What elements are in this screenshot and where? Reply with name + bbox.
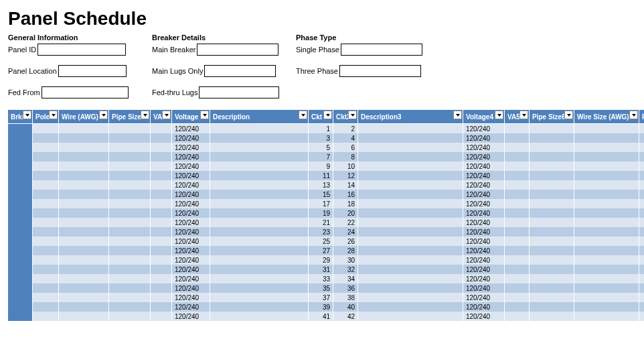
cell-desc_l[interactable]: [210, 246, 309, 255]
cell-pole_r[interactable]: [639, 312, 645, 321]
cell-desc_r[interactable]: [358, 246, 463, 255]
cell-pole_l[interactable]: [33, 237, 59, 246]
cell-desc_r[interactable]: [358, 227, 463, 237]
cell-pole_r[interactable]: [639, 152, 645, 161]
cell-pole_l[interactable]: [33, 171, 59, 180]
cell-desc_l[interactable]: [210, 255, 309, 265]
fed-thru-input[interactable]: [199, 86, 279, 98]
cell-va_r[interactable]: [505, 265, 530, 274]
cell-volt_l[interactable]: 120/240: [172, 293, 210, 302]
cell-desc_r[interactable]: [358, 133, 463, 143]
cell-pipe_l[interactable]: [109, 274, 151, 283]
col-wire_r[interactable]: Wire Size (AWG): [574, 110, 639, 124]
cell-brkr_l[interactable]: [8, 190, 33, 199]
cell-volt_r[interactable]: 120/240: [463, 199, 505, 208]
cell-pipe_r[interactable]: [530, 218, 574, 227]
cell-volt_r[interactable]: 120/240: [463, 208, 505, 218]
cell-wire_r[interactable]: [574, 208, 639, 218]
cell-va_l[interactable]: [151, 265, 172, 274]
cell-desc_l[interactable]: [210, 302, 309, 312]
cell-pole_r[interactable]: [639, 227, 645, 237]
cell-wire_r[interactable]: [574, 199, 639, 208]
cell-volt_r[interactable]: 120/240: [463, 124, 505, 134]
cell-volt_r[interactable]: 120/240: [463, 227, 505, 237]
cell-pole_r[interactable]: [639, 199, 645, 208]
cell-pipe_l[interactable]: [109, 208, 151, 218]
cell-wire_l[interactable]: [59, 143, 109, 152]
cell-brkr_l[interactable]: [8, 312, 33, 321]
filter-dropdown-icon[interactable]: [519, 111, 528, 119]
cell-wire_r[interactable]: [574, 265, 639, 274]
cell-wire_r[interactable]: [574, 302, 639, 312]
cell-desc_l[interactable]: [210, 218, 309, 227]
cell-ckt_r[interactable]: 34: [333, 274, 358, 283]
cell-va_r[interactable]: [505, 283, 530, 293]
cell-va_l[interactable]: [151, 255, 172, 265]
cell-pole_r[interactable]: [639, 283, 645, 293]
cell-ckt_l[interactable]: 39: [309, 302, 333, 312]
cell-volt_l[interactable]: 120/240: [172, 237, 210, 246]
cell-va_r[interactable]: [505, 218, 530, 227]
cell-brkr_l[interactable]: [8, 133, 33, 143]
cell-volt_r[interactable]: 120/240: [463, 265, 505, 274]
cell-va_r[interactable]: [505, 190, 530, 199]
cell-pipe_r[interactable]: [530, 171, 574, 180]
cell-wire_l[interactable]: [59, 265, 109, 274]
panel-id-input[interactable]: [37, 44, 126, 56]
cell-pipe_r[interactable]: [530, 133, 574, 143]
cell-brkr_l[interactable]: [8, 293, 33, 302]
col-pipe_l[interactable]: Pipe Size: [109, 110, 151, 124]
cell-ckt_l[interactable]: 27: [309, 246, 333, 255]
cell-va_l[interactable]: [151, 237, 172, 246]
cell-pole_r[interactable]: [639, 143, 645, 152]
col-ckt_l[interactable]: Ckt: [309, 110, 333, 124]
cell-pipe_l[interactable]: [109, 180, 151, 190]
cell-wire_r[interactable]: [574, 143, 639, 152]
cell-pole_l[interactable]: [33, 227, 59, 237]
cell-pipe_l[interactable]: [109, 124, 151, 134]
cell-volt_r[interactable]: 120/240: [463, 255, 505, 265]
cell-volt_r[interactable]: 120/240: [463, 312, 505, 321]
panel-location-input[interactable]: [58, 65, 127, 77]
cell-pipe_r[interactable]: [530, 283, 574, 293]
cell-wire_l[interactable]: [59, 208, 109, 218]
cell-pole_r[interactable]: [639, 302, 645, 312]
cell-ckt_l[interactable]: 31: [309, 265, 333, 274]
cell-desc_l[interactable]: [210, 161, 309, 171]
cell-ckt_r[interactable]: 10: [333, 161, 358, 171]
filter-dropdown-icon[interactable]: [299, 111, 307, 119]
cell-volt_r[interactable]: 120/240: [463, 237, 505, 246]
cell-ckt_l[interactable]: 33: [309, 274, 333, 283]
cell-va_r[interactable]: [505, 274, 530, 283]
cell-wire_l[interactable]: [59, 199, 109, 208]
cell-volt_l[interactable]: 120/240: [172, 152, 210, 161]
cell-pipe_r[interactable]: [530, 180, 574, 190]
cell-ckt_r[interactable]: 32: [333, 265, 358, 274]
cell-brkr_l[interactable]: [8, 171, 33, 180]
cell-pole_l[interactable]: [33, 312, 59, 321]
cell-wire_l[interactable]: [59, 283, 109, 293]
cell-desc_r[interactable]: [358, 180, 463, 190]
cell-desc_l[interactable]: [210, 171, 309, 180]
cell-ckt_r[interactable]: 6: [333, 143, 358, 152]
filter-dropdown-icon[interactable]: [453, 111, 462, 119]
cell-va_r[interactable]: [505, 161, 530, 171]
cell-pole_l[interactable]: [33, 265, 59, 274]
col-ckt_r[interactable]: Ckt2: [333, 110, 358, 124]
cell-pole_l[interactable]: [33, 283, 59, 293]
cell-ckt_l[interactable]: 35: [309, 283, 333, 293]
cell-wire_l[interactable]: [59, 227, 109, 237]
cell-desc_l[interactable]: [210, 208, 309, 218]
cell-pole_r[interactable]: [639, 237, 645, 246]
cell-brkr_l[interactable]: [8, 283, 33, 293]
cell-brkr_l[interactable]: [8, 143, 33, 152]
cell-wire_r[interactable]: [574, 133, 639, 143]
cell-pipe_r[interactable]: [530, 246, 574, 255]
col-desc_r[interactable]: Description3: [358, 110, 463, 124]
cell-volt_l[interactable]: 120/240: [172, 199, 210, 208]
cell-brkr_l[interactable]: [8, 274, 33, 283]
cell-pole_r[interactable]: [639, 133, 645, 143]
cell-pole_r[interactable]: [639, 218, 645, 227]
cell-wire_l[interactable]: [59, 274, 109, 283]
cell-pipe_r[interactable]: [530, 293, 574, 302]
